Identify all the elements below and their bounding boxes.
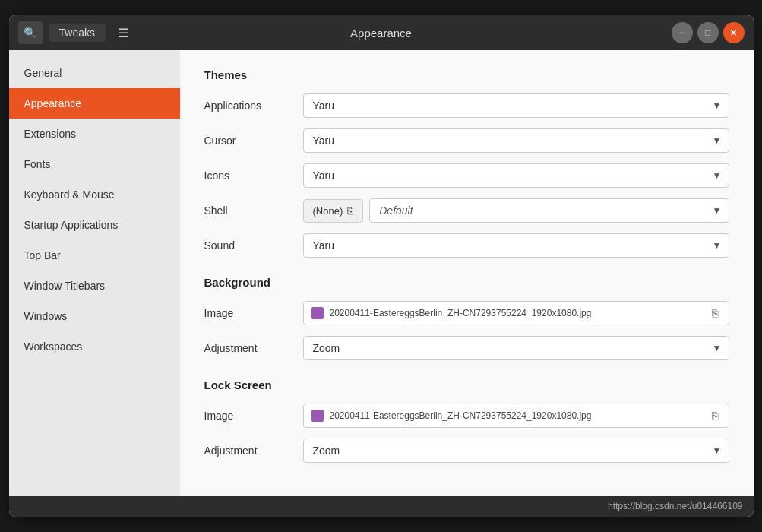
cursor-row: Cursor Yaru Adwaita DMZ-White ▼ bbox=[204, 128, 729, 153]
search-button[interactable]: 🔍 bbox=[18, 21, 43, 44]
shell-label: Shell bbox=[204, 204, 303, 217]
sidebar-item-extensions[interactable]: Extensions bbox=[9, 119, 180, 149]
shell-none-label: (None) bbox=[313, 205, 343, 217]
background-image-control: 20200411-EastereggsBerlin_ZH-CN729375522… bbox=[303, 301, 729, 325]
applications-select[interactable]: Yaru Adwaita Adwaita-dark bbox=[303, 93, 729, 118]
background-adjustment-control: Zoom Centered Scaled Spanned Stretched W… bbox=[303, 336, 729, 360]
cursor-select[interactable]: Yaru Adwaita DMZ-White bbox=[303, 128, 729, 153]
window-title: Appearance bbox=[350, 27, 412, 40]
main-window: 🔍 Tweaks ☰ Appearance − □ × General Appe… bbox=[9, 15, 754, 517]
lock-screen-image-field[interactable]: 20200411-EastereggsBerlin_ZH-CN729375522… bbox=[303, 404, 729, 428]
background-image-field[interactable]: 20200411-EastereggsBerlin_ZH-CN729375522… bbox=[303, 301, 729, 325]
sidebar-item-fonts[interactable]: Fonts bbox=[9, 149, 180, 179]
applications-select-wrapper: Yaru Adwaita Adwaita-dark ▼ bbox=[303, 93, 729, 118]
content-area: General Appearance Extensions Fonts Keyb… bbox=[9, 50, 754, 496]
background-adjustment-select[interactable]: Zoom Centered Scaled Spanned Stretched W… bbox=[303, 336, 729, 360]
background-section-title: Background bbox=[204, 276, 729, 289]
titlebar: 🔍 Tweaks ☰ Appearance − □ × bbox=[9, 15, 754, 50]
titlebar-left: 🔍 Tweaks ☰ bbox=[18, 21, 134, 44]
lock-screen-image-label: Image bbox=[204, 410, 303, 422]
lock-screen-adjustment-select[interactable]: Zoom Centered Scaled Spanned Stretched W… bbox=[303, 439, 729, 463]
sidebar-item-startup-applications[interactable]: Startup Applications bbox=[9, 210, 180, 240]
shell-copy-icon: ⎘ bbox=[347, 205, 353, 217]
lock-screen-adjustment-label: Adjustment bbox=[204, 445, 303, 457]
shell-none-button[interactable]: (None) ⎘ bbox=[303, 199, 364, 223]
minimize-button[interactable]: − bbox=[672, 22, 693, 43]
sidebar-item-windows[interactable]: Windows bbox=[9, 301, 180, 331]
sidebar-item-window-titlebars[interactable]: Window Titlebars bbox=[9, 271, 180, 301]
sound-row: Sound Yaru Default Silent ▼ bbox=[204, 233, 729, 258]
icons-row: Icons Yaru Adwaita Hicolor ▼ bbox=[204, 163, 729, 188]
shell-row: Shell (None) ⎘ Default Yaru Adwaita bbox=[204, 198, 729, 223]
icons-select[interactable]: Yaru Adwaita Hicolor bbox=[303, 163, 729, 188]
cursor-control: Yaru Adwaita DMZ-White ▼ bbox=[303, 128, 729, 153]
background-image-copy-button[interactable]: ⎘ bbox=[709, 307, 721, 319]
lock-screen-adjustment-control: Zoom Centered Scaled Spanned Stretched W… bbox=[303, 439, 729, 463]
statusbar: https://blog.csdn.net/u014466109 bbox=[9, 496, 754, 517]
app-name-label: Tweaks bbox=[49, 24, 106, 42]
sound-select-wrapper: Yaru Default Silent ▼ bbox=[303, 233, 729, 258]
lock-screen-adjustment-select-wrapper: Zoom Centered Scaled Spanned Stretched W… bbox=[303, 439, 729, 463]
background-image-filename: 20200411-EastereggsBerlin_ZH-CN729375522… bbox=[330, 308, 703, 318]
sidebar-item-general[interactable]: General bbox=[9, 58, 180, 88]
sound-control: Yaru Default Silent ▼ bbox=[303, 233, 729, 258]
lock-screen-adjustment-row: Adjustment Zoom Centered Scaled Spanned … bbox=[204, 439, 729, 463]
background-adjustment-row: Adjustment Zoom Centered Scaled Spanned … bbox=[204, 336, 729, 360]
lock-screen-section-title: Lock Screen bbox=[204, 378, 729, 391]
background-adjustment-label: Adjustment bbox=[204, 342, 303, 354]
main-panel: Themes Applications Yaru Adwaita Adwaita… bbox=[180, 50, 754, 496]
background-image-icon bbox=[311, 307, 324, 319]
close-button[interactable]: × bbox=[723, 22, 745, 43]
background-section: Background Image 20200411-EastereggsBerl… bbox=[204, 276, 729, 360]
sidebar: General Appearance Extensions Fonts Keyb… bbox=[9, 50, 180, 496]
background-image-row: Image 20200411-EastereggsBerlin_ZH-CN729… bbox=[204, 301, 729, 325]
shell-select-wrapper: Default Yaru Adwaita ▼ bbox=[369, 198, 729, 223]
sidebar-item-appearance[interactable]: Appearance bbox=[9, 88, 180, 119]
lock-screen-image-filename: 20200411-EastereggsBerlin_ZH-CN729375522… bbox=[330, 410, 703, 421]
background-image-label: Image bbox=[204, 307, 303, 319]
themes-section-title: Themes bbox=[204, 68, 729, 81]
icons-select-wrapper: Yaru Adwaita Hicolor ▼ bbox=[303, 163, 729, 188]
shell-control: (None) ⎘ Default Yaru Adwaita ▼ bbox=[303, 198, 729, 223]
lock-screen-image-control: 20200411-EastereggsBerlin_ZH-CN729375522… bbox=[303, 404, 729, 428]
lock-screen-image-copy-button[interactable]: ⎘ bbox=[709, 410, 721, 422]
cursor-label: Cursor bbox=[204, 135, 303, 147]
sidebar-item-keyboard-mouse[interactable]: Keyboard & Mouse bbox=[9, 179, 180, 210]
applications-row: Applications Yaru Adwaita Adwaita-dark ▼ bbox=[204, 93, 729, 118]
sidebar-item-workspaces[interactable]: Workspaces bbox=[9, 331, 180, 362]
cursor-select-wrapper: Yaru Adwaita DMZ-White ▼ bbox=[303, 128, 729, 153]
sound-label: Sound bbox=[204, 239, 303, 252]
lock-screen-image-icon bbox=[311, 410, 324, 422]
window-controls: − □ × bbox=[672, 22, 745, 43]
menu-button[interactable]: ☰ bbox=[112, 23, 134, 43]
applications-control: Yaru Adwaita Adwaita-dark ▼ bbox=[303, 93, 729, 118]
lock-screen-image-row: Image 20200411-EastereggsBerlin_ZH-CN729… bbox=[204, 404, 729, 428]
icons-control: Yaru Adwaita Hicolor ▼ bbox=[303, 163, 729, 188]
applications-label: Applications bbox=[204, 100, 303, 112]
shell-select[interactable]: Default Yaru Adwaita bbox=[369, 198, 729, 223]
background-adjustment-select-wrapper: Zoom Centered Scaled Spanned Stretched W… bbox=[303, 336, 729, 360]
icons-label: Icons bbox=[204, 169, 303, 182]
lock-screen-section: Lock Screen Image 20200411-EastereggsBer… bbox=[204, 378, 729, 463]
themes-section: Themes Applications Yaru Adwaita Adwaita… bbox=[204, 68, 729, 258]
statusbar-url: https://blog.csdn.net/u014466109 bbox=[608, 501, 742, 511]
maximize-button[interactable]: □ bbox=[697, 22, 719, 43]
sidebar-item-top-bar[interactable]: Top Bar bbox=[9, 240, 180, 271]
sound-select[interactable]: Yaru Default Silent bbox=[303, 233, 729, 258]
